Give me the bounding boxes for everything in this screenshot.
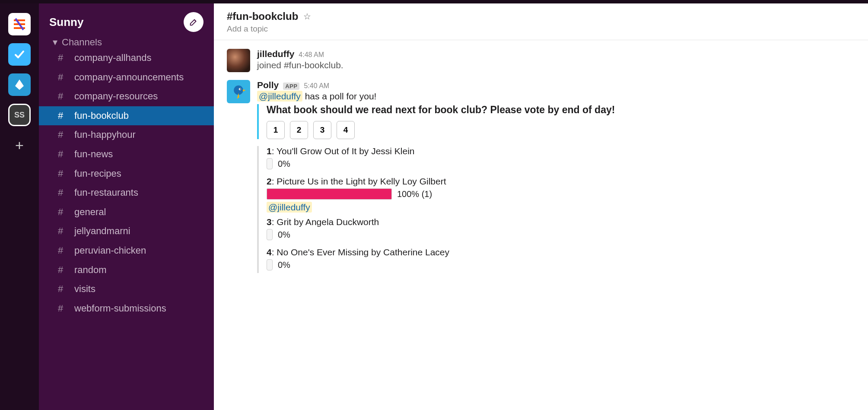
channel-name: fun-happyhour [74, 129, 136, 141]
sidebar-header: Sunny [39, 3, 214, 44]
poll-option: 1: You'll Grow Out of It by Jessi Klein0… [267, 146, 855, 172]
channel-name: peruvian-chicken [74, 245, 146, 257]
main-pane: #fun-bookclub ☆ Add a topic jilleduffy 4… [214, 0, 868, 410]
channel-name: visits [74, 283, 95, 296]
channel-item-fun-restaurants[interactable]: #fun-restaurants [39, 183, 214, 203]
sidebar: Sunny ▾ Channels #company-allhands#compa… [39, 0, 214, 410]
channel-name: fun-recipes [74, 168, 121, 180]
channel-topic[interactable]: Add a topic [227, 24, 855, 34]
poll-bar-row: 0% [267, 259, 855, 270]
channel-item-company-allhands[interactable]: #company-allhands [39, 48, 214, 68]
poll-percent: 0% [278, 260, 290, 270]
poll-bar [267, 188, 392, 200]
mention[interactable]: @jilleduffy [257, 91, 302, 102]
svg-point-2 [240, 89, 241, 89]
poll-bar-empty [267, 229, 273, 240]
channel-item-fun-news[interactable]: #fun-news [39, 145, 214, 164]
hash-icon: # [57, 302, 64, 315]
poll-bar-row: 0% [267, 158, 855, 169]
avatar[interactable] [227, 49, 250, 72]
poll-option-number: 3 [267, 217, 272, 227]
poll-question: What book should we read next for book c… [267, 104, 855, 116]
channel-name: webform-submissions [74, 302, 166, 315]
poll-option-text: : Grit by Angela Duckworth [272, 217, 379, 227]
hash-icon: # [57, 264, 64, 277]
channel-item-peruvian-chicken[interactable]: #peruvian-chicken [39, 241, 214, 261]
message-author[interactable]: Polly [257, 80, 279, 90]
hash-icon: # [57, 110, 64, 122]
poll-percent: 0% [278, 230, 290, 240]
poll-option-number: 1 [267, 146, 272, 156]
workspace-ss[interactable]: SS [8, 104, 31, 126]
poll-percent: 100% (1) [397, 189, 432, 199]
poll-option-label: 2: Picture Us in the Light by Kelly Loy … [267, 176, 855, 187]
message-polly: Polly APP 5:40 AM @jilleduffy has a poll… [227, 80, 855, 273]
poll-option-text: : No One's Ever Missing by Catherine Lac… [272, 247, 449, 257]
poll-option-text: : You'll Grow Out of It by Jessi Klein [272, 146, 415, 156]
channel-item-jellyandmarni[interactable]: #jellyandmarni [39, 222, 214, 241]
message-text: joined #fun-bookclub. [257, 60, 855, 70]
check-icon [13, 48, 26, 61]
workspace-name[interactable]: Sunny [49, 16, 83, 29]
hash-icon: # [57, 206, 64, 219]
poll-vote-buttons: 1234 [267, 121, 855, 139]
channel-name: company-announcements [74, 71, 184, 84]
channel-name: company-resources [74, 90, 158, 103]
hash-icon: # [57, 283, 64, 296]
channels-section-header[interactable]: ▾ Channels [39, 39, 214, 48]
channel-name: fun-restaurants [74, 187, 138, 199]
message-text: @jilleduffy has a poll for you! [257, 91, 855, 102]
channel-item-general[interactable]: #general [39, 203, 214, 222]
channel-item-company-resources[interactable]: #company-resources [39, 87, 214, 106]
poll-results: 1: You'll Grow Out of It by Jessi Klein0… [257, 146, 855, 273]
app-pen[interactable] [8, 73, 31, 96]
message-join: jilleduffy 4:48 AM joined #fun-bookclub. [227, 49, 855, 72]
mention[interactable]: @jilleduffy [267, 202, 312, 213]
hash-icon: # [57, 90, 64, 103]
message-author[interactable]: jilleduffy [257, 49, 294, 59]
channel-item-webform-submissions[interactable]: #webform-submissions [39, 299, 214, 318]
message-time: 4:48 AM [299, 51, 324, 59]
channel-item-visits[interactable]: #visits [39, 280, 214, 299]
poll-option: 4: No One's Ever Missing by Catherine La… [267, 247, 855, 273]
poll-block: What book should we read next for book c… [257, 104, 855, 139]
poll-option-label: 4: No One's Ever Missing by Catherine La… [267, 247, 855, 257]
channel-item-fun-happyhour[interactable]: #fun-happyhour [39, 125, 214, 145]
poll-option-label: 1: You'll Grow Out of It by Jessi Klein [267, 146, 855, 156]
hash-icon: # [57, 148, 64, 161]
channel-name: jellyandmarni [74, 225, 130, 238]
title-bar [0, 0, 868, 3]
channel-item-company-announcements[interactable]: #company-announcements [39, 68, 214, 87]
compose-button[interactable] [184, 12, 203, 32]
poll-bar-row: 0% [267, 229, 855, 240]
app-check[interactable] [8, 43, 31, 66]
poll-bar-row: 100% (1) [267, 188, 855, 200]
channel-title[interactable]: #fun-bookclub [227, 10, 298, 22]
channel-name: random [74, 264, 107, 277]
channel-item-fun-recipes[interactable]: #fun-recipes [39, 164, 214, 184]
vote-button-2[interactable]: 2 [290, 121, 308, 139]
channel-item-fun-bookclub[interactable]: #fun-bookclub [39, 106, 214, 126]
zapier-icon [12, 17, 27, 32]
channel-name: company-allhands [74, 52, 152, 64]
compose-icon [189, 17, 198, 27]
vote-button-3[interactable]: 3 [313, 121, 331, 139]
poll-voters: @jilleduffy [267, 202, 855, 213]
channel-name: general [74, 206, 106, 219]
channel-name: fun-news [74, 148, 113, 161]
vote-button-1[interactable]: 1 [267, 121, 285, 139]
avatar[interactable] [227, 80, 250, 103]
channel-item-random[interactable]: #random [39, 261, 214, 280]
app-badge: APP [283, 83, 299, 90]
add-workspace[interactable]: + [8, 134, 31, 156]
poll-bar-empty [267, 158, 273, 169]
hash-icon: # [57, 187, 64, 199]
pen-icon [13, 78, 26, 91]
workspace-rail: SS+ [0, 0, 39, 410]
star-icon[interactable]: ☆ [303, 11, 311, 22]
hash-icon: # [57, 245, 64, 257]
app-zapier[interactable] [8, 13, 31, 35]
vote-button-4[interactable]: 4 [337, 121, 355, 139]
hash-icon: # [57, 225, 64, 238]
message-lead-text: has a poll for you! [302, 91, 377, 101]
